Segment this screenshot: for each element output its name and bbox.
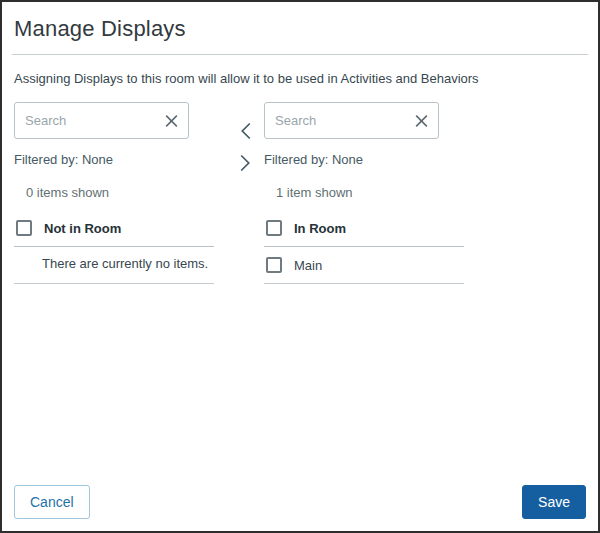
chevron-left-icon bbox=[238, 129, 253, 144]
right-select-all-checkbox[interactable] bbox=[266, 220, 282, 236]
save-button[interactable]: Save bbox=[522, 485, 586, 519]
empty-list-message: There are currently no items. bbox=[14, 247, 214, 284]
left-search bbox=[14, 102, 189, 139]
left-items-shown: 0 items shown bbox=[26, 185, 226, 200]
title-divider bbox=[12, 54, 588, 55]
right-filtered-by: Filtered by: None bbox=[264, 152, 586, 167]
left-filtered-by: Filtered by: None bbox=[14, 152, 226, 167]
not-in-room-header-label: Not in Room bbox=[44, 221, 121, 236]
move-left-button[interactable] bbox=[235, 118, 256, 144]
transfer-panels: Filtered by: None 0 items shown Not in R… bbox=[14, 102, 586, 284]
move-right-button[interactable] bbox=[235, 150, 256, 176]
not-in-room-list: Not in Room There are currently no items… bbox=[14, 212, 214, 284]
right-search-clear-button[interactable] bbox=[410, 109, 433, 132]
x-icon bbox=[164, 116, 179, 131]
left-search-clear-button[interactable] bbox=[160, 109, 183, 132]
item-checkbox[interactable] bbox=[266, 257, 282, 273]
left-select-all-checkbox[interactable] bbox=[16, 220, 32, 236]
manage-displays-dialog: Manage Displays Assigning Displays to th… bbox=[0, 0, 600, 533]
cancel-button[interactable]: Cancel bbox=[14, 485, 90, 519]
in-room-header: In Room bbox=[264, 212, 464, 247]
page-title: Manage Displays bbox=[14, 16, 586, 42]
right-items-shown: 1 item shown bbox=[276, 185, 586, 200]
dialog-description: Assigning Displays to this room will all… bbox=[14, 71, 586, 86]
right-search bbox=[264, 102, 439, 139]
not-in-room-panel: Filtered by: None 0 items shown Not in R… bbox=[14, 102, 226, 284]
not-in-room-header: Not in Room bbox=[14, 212, 214, 247]
chevron-right-icon bbox=[238, 161, 253, 176]
list-item-label: Main bbox=[294, 258, 322, 273]
x-icon bbox=[414, 116, 429, 131]
in-room-header-label: In Room bbox=[294, 221, 346, 236]
in-room-panel: Filtered by: None 1 item shown In Room M… bbox=[264, 102, 586, 284]
list-item: Main bbox=[264, 247, 464, 284]
transfer-controls bbox=[226, 118, 264, 284]
in-room-list: In Room Main bbox=[264, 212, 464, 284]
